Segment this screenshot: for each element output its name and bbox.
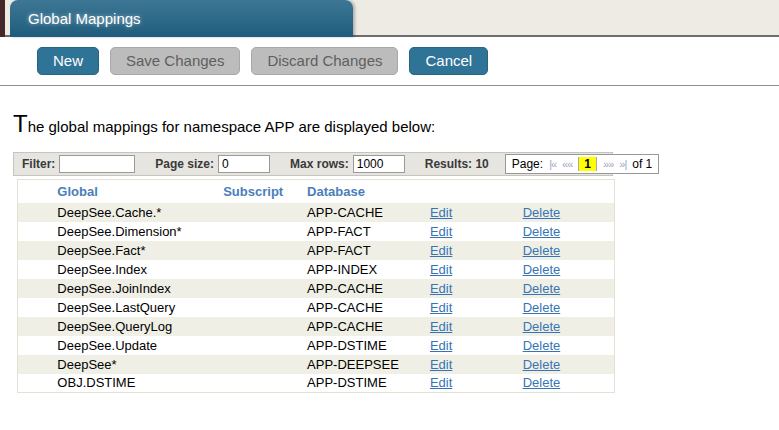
row-indent-cell — [18, 298, 58, 317]
row-indent-cell — [18, 222, 58, 241]
database-column-header: Database — [307, 180, 430, 203]
row-indent-cell — [18, 374, 58, 393]
row-indent-cell — [18, 260, 58, 279]
subscript-cell — [223, 241, 307, 260]
left-edge-strip — [0, 0, 5, 37]
global-cell: DeepSee.Index — [57, 260, 223, 279]
subscript-column-header: Subscript — [223, 180, 307, 203]
global-column-header: Global — [57, 180, 223, 203]
delete-link[interactable]: Delete — [523, 205, 561, 220]
row-indent-cell — [18, 203, 58, 222]
edit-link[interactable]: Edit — [430, 300, 452, 315]
edit-link[interactable]: Edit — [430, 357, 452, 372]
row-indent-cell — [18, 317, 58, 336]
page-title: Global Mappings — [28, 10, 141, 27]
edit-link[interactable]: Edit — [430, 319, 452, 334]
delete-link[interactable]: Delete — [523, 375, 561, 390]
database-cell: APP-INDEX — [307, 260, 430, 279]
results-count: Results: 10 — [425, 157, 489, 171]
cancel-button[interactable]: Cancel — [409, 47, 488, 75]
delete-link[interactable]: Delete — [523, 338, 561, 353]
database-cell: APP-CACHE — [307, 279, 430, 298]
global-cell: DeepSee.Update — [57, 336, 223, 355]
global-cell: DeepSee.LastQuery — [57, 298, 223, 317]
pager: Page: |« «« 1 »» »| of 1 — [505, 154, 660, 174]
edit-link[interactable]: Edit — [430, 262, 452, 277]
edit-link[interactable]: Edit — [430, 224, 452, 239]
discard-changes-button[interactable]: Discard Changes — [251, 47, 398, 75]
table-row: DeepSee.Dimension*APP-FACTEditDelete — [18, 222, 615, 241]
max-rows-input[interactable] — [353, 155, 405, 173]
app-header: Global Mappings — [0, 0, 779, 37]
subscript-cell — [223, 298, 307, 317]
database-cell: APP-CACHE — [307, 298, 430, 317]
edit-link[interactable]: Edit — [430, 375, 452, 390]
pager-label: Page: — [512, 157, 543, 171]
global-cell: DeepSee.QueryLog — [57, 317, 223, 336]
page-total: of 1 — [632, 157, 652, 171]
row-indent-cell — [18, 336, 58, 355]
database-cell: APP-DSTIME — [307, 374, 430, 393]
new-button[interactable]: New — [37, 47, 99, 75]
delete-link[interactable]: Delete — [523, 319, 561, 334]
edit-link[interactable]: Edit — [430, 205, 452, 220]
table-row: DeepSee*APP-DEEPSEEEditDelete — [18, 355, 615, 374]
table-row: DeepSee.QueryLogAPP-CACHEEditDelete — [18, 317, 615, 336]
filter-bar: Filter: Page size: Max rows: Results: 10… — [13, 152, 613, 176]
global-cell: DeepSee.JoinIndex — [57, 279, 223, 298]
edit-link[interactable]: Edit — [430, 281, 452, 296]
subscript-cell — [223, 336, 307, 355]
tab-global-mappings[interactable]: Global Mappings — [10, 0, 353, 37]
table-header-row: Global Subscript Database — [18, 180, 615, 203]
row-indent-cell — [18, 279, 58, 298]
mappings-table: Global Subscript Database DeepSee.Cache.… — [17, 179, 615, 393]
subscript-cell — [223, 374, 307, 393]
table-row: OBJ.DSTIMEAPP-DSTIMEEditDelete — [18, 374, 615, 393]
table-row: DeepSee.Cache.*APP-CACHEEditDelete — [18, 203, 615, 222]
global-cell: DeepSee.Cache.* — [57, 203, 223, 222]
subscript-cell — [223, 355, 307, 374]
indent-column-header — [18, 180, 58, 203]
table-row: DeepSee.UpdateAPP-DSTIMEEditDelete — [18, 336, 615, 355]
subscript-cell — [223, 260, 307, 279]
toolbar: NewSave ChangesDiscard ChangesCancel — [0, 37, 779, 86]
database-cell: APP-CACHE — [307, 203, 430, 222]
edit-link[interactable]: Edit — [430, 338, 452, 353]
current-page-indicator: 1 — [578, 157, 597, 171]
table-row: DeepSee.Fact*APP-FACTEditDelete — [18, 241, 615, 260]
max-rows-label: Max rows: — [290, 157, 349, 171]
table-row: DeepSee.JoinIndexAPP-CACHEEditDelete — [18, 279, 615, 298]
row-indent-cell — [18, 241, 58, 260]
global-cell: DeepSee* — [57, 355, 223, 374]
delete-link[interactable]: Delete — [523, 281, 561, 296]
page-size-label: Page size: — [155, 157, 214, 171]
first-page-icon[interactable]: |« — [549, 158, 556, 170]
description-text: The global mappings for namespace APP ar… — [13, 110, 779, 138]
page-size-input[interactable] — [218, 155, 270, 173]
description-lead-letter: T — [13, 110, 28, 137]
delete-link[interactable]: Delete — [523, 357, 561, 372]
mappings-table-body: DeepSee.Cache.*APP-CACHEEditDeleteDeepSe… — [18, 203, 615, 393]
filter-label: Filter: — [22, 157, 55, 171]
database-cell: APP-FACT — [307, 222, 430, 241]
delete-link[interactable]: Delete — [523, 243, 561, 258]
global-cell: OBJ.DSTIME — [57, 374, 223, 393]
subscript-cell — [223, 203, 307, 222]
delete-link[interactable]: Delete — [523, 300, 561, 315]
global-cell: DeepSee.Dimension* — [57, 222, 223, 241]
next-page-icon[interactable]: »» — [603, 158, 613, 170]
delete-link[interactable]: Delete — [523, 224, 561, 239]
database-cell: APP-DSTIME — [307, 336, 430, 355]
delete-link[interactable]: Delete — [523, 262, 561, 277]
database-cell: APP-CACHE — [307, 317, 430, 336]
description-rest: he global mappings for namespace APP are… — [28, 118, 435, 135]
filter-input[interactable] — [59, 155, 135, 173]
last-page-icon[interactable]: »| — [619, 158, 626, 170]
previous-page-icon[interactable]: «« — [562, 158, 572, 170]
row-indent-cell — [18, 355, 58, 374]
edit-link[interactable]: Edit — [430, 243, 452, 258]
edit-column-header — [430, 180, 523, 203]
save-changes-button[interactable]: Save Changes — [110, 47, 240, 75]
database-cell: APP-DEEPSEE — [307, 355, 430, 374]
subscript-cell — [223, 222, 307, 241]
